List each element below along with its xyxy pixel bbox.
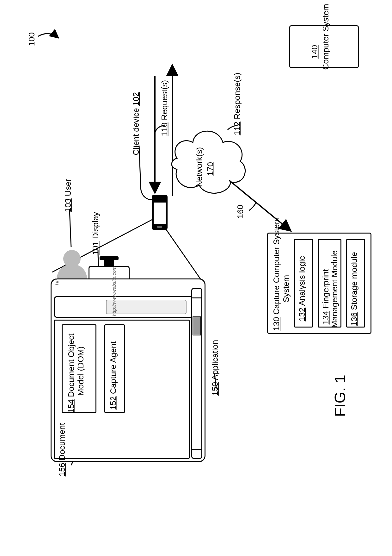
display-stand: [104, 259, 114, 266]
capture-link-label: 160: [236, 205, 245, 218]
computer-system-text: Computer System: [321, 4, 331, 70]
address-bar[interactable]: [106, 300, 187, 314]
networks-ref: 170: [205, 162, 215, 176]
computer-system-ref: 140: [310, 45, 320, 59]
client-device-screen: [154, 203, 166, 224]
user-label: 103 User: [63, 179, 73, 212]
document-label: 156 Document: [57, 423, 67, 476]
capture-system-label2: System: [281, 275, 291, 303]
dom-label-1: 154 Document Object: [66, 334, 76, 413]
figure-title: FIG. 1: [331, 375, 349, 417]
responses-label: 112 Response(s): [232, 72, 242, 135]
scroll-divider-bottom: [192, 449, 201, 450]
display-label: 101 Display: [91, 212, 101, 255]
figure-ref-100: 100: [27, 32, 37, 46]
scroll-divider-top: [192, 297, 201, 298]
display-base: [100, 256, 119, 260]
storage-label: 136 Storage module: [349, 252, 359, 326]
address-url: http://www.website.com: [111, 266, 117, 316]
client-device-label: Client device 102: [131, 92, 141, 155]
capture-agent-label: 152 Capture Agent: [108, 341, 118, 410]
requests-label: 110 Request(s): [160, 80, 169, 136]
svg-line-3: [161, 222, 202, 282]
phone-button: [157, 226, 162, 228]
networks-label: Network(s): [194, 147, 204, 187]
dom-label-2: Model (DOM): [76, 346, 86, 396]
browser-title: Title: [54, 277, 60, 286]
capture-system-label: 130 Capture Computer System: [272, 217, 281, 331]
fingerprint-label-2: Management Module: [330, 250, 340, 328]
scrollbar-track[interactable]: [191, 288, 202, 459]
analysis-logic-label: 132 Analysis logic: [297, 256, 307, 322]
application-label: 150 Application: [210, 340, 220, 396]
scrollbar-thumb[interactable]: [193, 316, 201, 335]
fingerprint-label-1: 134 Fingerprint: [321, 269, 331, 325]
